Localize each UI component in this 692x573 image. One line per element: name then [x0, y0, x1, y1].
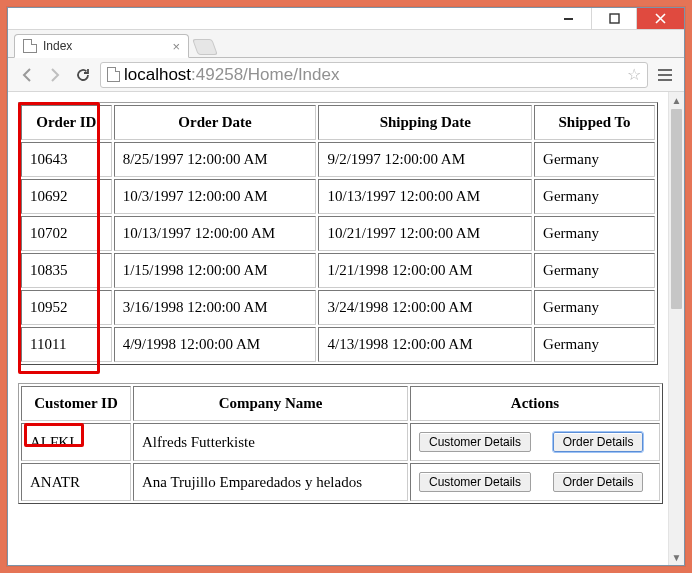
order-details-button[interactable]: Order Details [553, 432, 644, 452]
browser-window: Index × localhost:49258/Home/Index ☆ [7, 7, 685, 566]
scroll-thumb[interactable] [671, 109, 682, 309]
address-text: localhost:49258/Home/Index [124, 65, 340, 85]
order-date-cell: 3/16/1998 12:00:00 AM [114, 290, 317, 325]
page-icon [107, 67, 120, 82]
svg-rect-0 [564, 18, 573, 20]
svg-rect-1 [610, 14, 619, 23]
tab-close-icon[interactable]: × [172, 40, 180, 53]
orders-table: Order ID Order Date Shipping Date Shippe… [18, 102, 658, 365]
maximize-button[interactable] [591, 8, 636, 29]
order-date-cell: 4/9/1998 12:00:00 AM [114, 327, 317, 362]
ship-date-cell: 10/21/1997 12:00:00 AM [318, 216, 532, 251]
order-date-cell: 1/15/1998 12:00:00 AM [114, 253, 317, 288]
ship-date-cell: 10/13/1997 12:00:00 AM [318, 179, 532, 214]
close-button[interactable] [636, 8, 684, 29]
ship-to-cell: Germany [534, 253, 655, 288]
page-content: Order ID Order Date Shipping Date Shippe… [8, 92, 668, 565]
order-date-cell: 10/13/1997 12:00:00 AM [114, 216, 317, 251]
order-id-cell: 11011 [21, 327, 112, 362]
ship-date-cell: 3/24/1998 12:00:00 AM [318, 290, 532, 325]
forward-button[interactable] [44, 64, 66, 86]
table-row: 10702 10/13/1997 12:00:00 AM 10/21/1997 … [21, 216, 655, 251]
customers-header-company: Company Name [133, 386, 408, 421]
table-header-row: Order ID Order Date Shipping Date Shippe… [21, 105, 655, 140]
customers-header-actions: Actions [410, 386, 660, 421]
close-icon [655, 13, 666, 24]
vertical-scrollbar[interactable]: ▲ ▼ [668, 92, 684, 565]
order-id-cell: 10952 [21, 290, 112, 325]
new-tab-button[interactable] [192, 39, 218, 55]
table-row: ALFKI Alfreds Futterkiste Customer Detai… [21, 423, 660, 461]
orders-header-date: Order Date [114, 105, 317, 140]
table-row: ANATR Ana Trujillo Emparedados y helados… [21, 463, 660, 501]
back-button[interactable] [16, 64, 38, 86]
menu-icon [658, 69, 672, 71]
table-header-row: Customer ID Company Name Actions [21, 386, 660, 421]
table-row: 10643 8/25/1997 12:00:00 AM 9/2/1997 12:… [21, 142, 655, 177]
order-date-cell: 10/3/1997 12:00:00 AM [114, 179, 317, 214]
menu-button[interactable] [654, 64, 676, 86]
address-host: localhost [124, 65, 191, 84]
address-path: :49258/Home/Index [191, 65, 339, 84]
orders-header-shipdate: Shipping Date [318, 105, 532, 140]
scroll-up-icon[interactable]: ▲ [669, 92, 684, 108]
order-date-cell: 8/25/1997 12:00:00 AM [114, 142, 317, 177]
customer-id-cell: ALFKI [21, 423, 131, 461]
table-row: 11011 4/9/1998 12:00:00 AM 4/13/1998 12:… [21, 327, 655, 362]
customer-details-button[interactable]: Customer Details [419, 432, 531, 452]
order-id-cell: 10643 [21, 142, 112, 177]
minimize-icon [563, 13, 574, 24]
ship-date-cell: 4/13/1998 12:00:00 AM [318, 327, 532, 362]
order-id-cell: 10692 [21, 179, 112, 214]
orders-header-shipto: Shipped To [534, 105, 655, 140]
scroll-down-icon[interactable]: ▼ [669, 549, 684, 565]
actions-cell: Customer Details Order Details [410, 463, 660, 501]
order-id-cell: 10835 [21, 253, 112, 288]
customers-table: Customer ID Company Name Actions ALFKI A… [18, 383, 663, 504]
company-name-cell: Alfreds Futterkiste [133, 423, 408, 461]
browser-tab[interactable]: Index × [14, 34, 189, 58]
table-row: 10692 10/3/1997 12:00:00 AM 10/13/1997 1… [21, 179, 655, 214]
ship-to-cell: Germany [534, 179, 655, 214]
customer-id-cell: ANATR [21, 463, 131, 501]
tab-title: Index [43, 39, 72, 53]
page-favicon [23, 39, 37, 53]
ship-date-cell: 1/21/1998 12:00:00 AM [318, 253, 532, 288]
table-row: 10835 1/15/1998 12:00:00 AM 1/21/1998 12… [21, 253, 655, 288]
company-name-cell: Ana Trujillo Emparedados y helados [133, 463, 408, 501]
reload-icon [75, 67, 91, 83]
order-details-button[interactable]: Order Details [553, 472, 644, 492]
table-row: 10952 3/16/1998 12:00:00 AM 3/24/1998 12… [21, 290, 655, 325]
ship-to-cell: Germany [534, 290, 655, 325]
forward-icon [47, 67, 63, 83]
ship-to-cell: Germany [534, 216, 655, 251]
maximize-icon [609, 13, 620, 24]
order-id-cell: 10702 [21, 216, 112, 251]
toolbar: localhost:49258/Home/Index ☆ [8, 58, 684, 92]
reload-button[interactable] [72, 64, 94, 86]
minimize-button[interactable] [546, 8, 591, 29]
viewport: Order ID Order Date Shipping Date Shippe… [8, 92, 684, 565]
tab-strip: Index × [8, 30, 684, 58]
address-bar[interactable]: localhost:49258/Home/Index ☆ [100, 62, 648, 88]
window-controls [8, 8, 684, 30]
back-icon [19, 67, 35, 83]
ship-to-cell: Germany [534, 327, 655, 362]
ship-to-cell: Germany [534, 142, 655, 177]
customers-header-id: Customer ID [21, 386, 131, 421]
actions-cell: Customer Details Order Details [410, 423, 660, 461]
ship-date-cell: 9/2/1997 12:00:00 AM [318, 142, 532, 177]
bookmark-icon[interactable]: ☆ [627, 65, 641, 84]
customer-details-button[interactable]: Customer Details [419, 472, 531, 492]
orders-header-id: Order ID [21, 105, 112, 140]
